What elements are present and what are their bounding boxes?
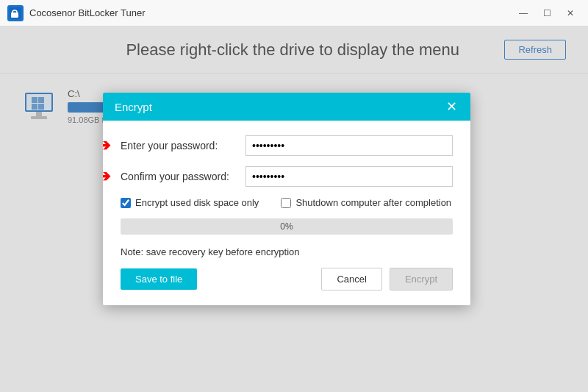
dialog-title: Encrypt — [115, 101, 152, 113]
cancel-button[interactable]: Cancel — [321, 268, 381, 291]
encrypt-button[interactable]: Encrypt — [390, 268, 453, 291]
app-icon — [7, 5, 24, 21]
dialog-body: ➔ Enter your password: ➔ Confirm your pa… — [103, 121, 470, 305]
checkboxes-row: Encrypt used disk space only Shutdown co… — [121, 197, 453, 208]
confirm-input[interactable] — [245, 166, 453, 187]
shutdown-label: Shutdown computer after completion — [295, 197, 451, 208]
password-row: ➔ Enter your password: — [121, 135, 453, 156]
save-to-file-button[interactable]: Save to file — [121, 268, 197, 290]
confirm-password-row: ➔ Confirm your password: — [121, 166, 453, 187]
encrypt-disk-label: Encrypt used disk space only — [135, 197, 259, 208]
confirm-arrow-indicator: ➔ — [103, 167, 110, 186]
progress-bar-container: 0% — [121, 218, 453, 235]
encrypt-disk-checkbox[interactable] — [121, 198, 131, 208]
buttons-row: Save to file Cancel Encrypt — [121, 268, 453, 291]
encrypt-dialog: Encrypt ✕ ➔ Enter your password: ➔ Confi… — [103, 93, 470, 305]
password-input[interactable] — [245, 135, 453, 156]
confirm-label: Confirm your password: — [121, 171, 245, 182]
title-bar-left: Cocosenor BitLocker Tuner — [7, 5, 146, 21]
title-bar: Cocosenor BitLocker Tuner — ☐ ✕ — [0, 0, 588, 26]
shutdown-checkbox-label[interactable]: Shutdown computer after completion — [281, 197, 451, 208]
app-title: Cocosenor BitLocker Tuner — [29, 7, 146, 18]
dialog-header: Encrypt ✕ — [103, 93, 470, 121]
shutdown-checkbox[interactable] — [281, 198, 291, 208]
password-label: Enter your password: — [121, 140, 245, 152]
close-button[interactable]: ✕ — [560, 5, 581, 21]
progress-label: 0% — [280, 221, 293, 232]
dialog-close-button[interactable]: ✕ — [445, 100, 459, 113]
minimize-button[interactable]: — — [513, 5, 534, 21]
maximize-button[interactable]: ☐ — [537, 5, 557, 21]
password-arrow-indicator: ➔ — [103, 136, 110, 155]
encrypt-disk-checkbox-label[interactable]: Encrypt used disk space only — [121, 197, 259, 208]
main-area: Please right-click the drive to display … — [0, 26, 588, 392]
title-bar-controls: — ☐ ✕ — [513, 5, 581, 21]
svg-rect-1 — [11, 13, 18, 18]
note-text: Note: save recovery key before encryptio… — [121, 246, 453, 257]
